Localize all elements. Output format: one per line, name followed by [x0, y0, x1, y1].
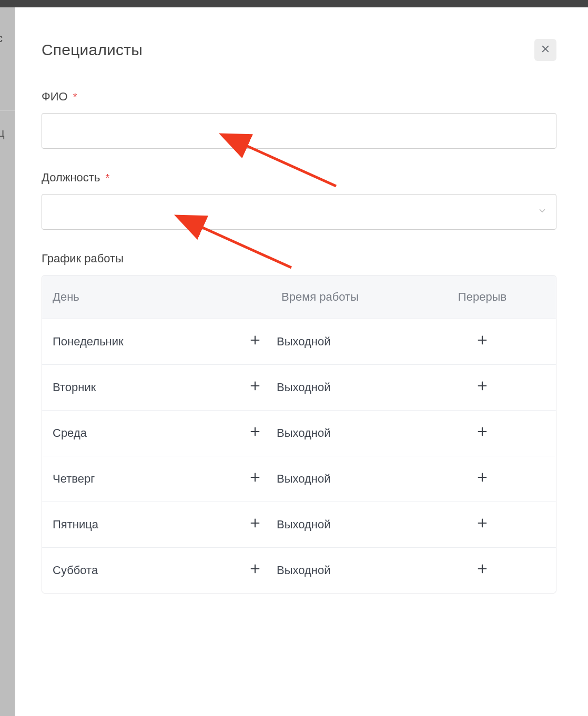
modal-title: Специалисты [42, 41, 143, 59]
window-topbar [0, 0, 588, 7]
plus-icon [477, 426, 488, 441]
add-work-time-button[interactable] [247, 517, 263, 533]
schedule-status: Выходной [277, 426, 331, 440]
backdrop-fragment-3: ц [0, 126, 5, 140]
add-break-button[interactable] [474, 517, 490, 533]
add-break-button[interactable] [474, 334, 490, 350]
schedule-row: СубботаВыходной [42, 547, 556, 593]
plus-icon [477, 472, 488, 486]
plus-icon [249, 334, 261, 349]
schedule-break-cell [419, 471, 545, 487]
position-select[interactable] [42, 194, 556, 230]
specialists-modal: Специалисты ФИО * Должность * [15, 7, 588, 716]
fullname-input[interactable] [42, 113, 556, 149]
schedule-time-cell: Выходной [221, 425, 419, 441]
plus-icon [249, 563, 261, 578]
schedule-status: Выходной [277, 564, 331, 577]
plus-icon [477, 380, 488, 395]
schedule-time-cell: Выходной [221, 471, 419, 487]
schedule-row: ПятницаВыходной [42, 502, 556, 547]
schedule-break-cell [419, 334, 545, 350]
position-label-text: Должность [42, 171, 100, 184]
chevron-down-icon [538, 206, 547, 218]
required-mark: * [106, 172, 110, 183]
add-work-time-button[interactable] [247, 471, 263, 487]
add-work-time-button[interactable] [247, 380, 263, 395]
schedule-section-label: График работы [42, 252, 556, 265]
schedule-header-row: День Время работы Перерыв [42, 275, 556, 319]
position-label: Должность * [42, 171, 556, 185]
schedule-day-cell: Понедельник [53, 335, 221, 349]
schedule-time-cell: Выходной [221, 562, 419, 578]
add-break-button[interactable] [474, 471, 490, 487]
schedule-day-cell: Вторник [53, 381, 221, 394]
add-break-button[interactable] [474, 562, 490, 578]
schedule-table: День Время работы Перерыв ПонедельникВых… [42, 275, 556, 594]
fullname-label-text: ФИО [42, 90, 68, 103]
plus-icon [249, 472, 261, 486]
plus-icon [249, 426, 261, 441]
position-select-wrap [42, 194, 556, 230]
plus-icon [249, 380, 261, 395]
schedule-time-cell: Выходной [221, 334, 419, 350]
schedule-break-cell [419, 425, 545, 441]
schedule-break-cell [419, 517, 545, 533]
schedule-status: Выходной [277, 335, 331, 349]
schedule-day-cell: Среда [53, 426, 221, 440]
schedule-row: ВторникВыходной [42, 364, 556, 410]
schedule-day-cell: Четверг [53, 472, 221, 486]
fullname-label: ФИО * [42, 90, 556, 104]
schedule-col-time: Время работы [221, 290, 419, 304]
close-button[interactable] [534, 39, 556, 61]
plus-icon [477, 334, 488, 349]
plus-icon [249, 517, 261, 532]
schedule-row: СредаВыходной [42, 410, 556, 456]
plus-icon [477, 517, 488, 532]
plus-icon [477, 563, 488, 578]
schedule-status: Выходной [277, 518, 331, 531]
add-work-time-button[interactable] [247, 562, 263, 578]
schedule-row: ПонедельникВыходной [42, 319, 556, 364]
position-group: Должность * [42, 171, 556, 230]
backdrop-fragment-1: с [0, 32, 13, 45]
required-mark: * [73, 91, 77, 103]
schedule-col-day: День [53, 290, 221, 304]
schedule-break-cell [419, 380, 545, 395]
fullname-group: ФИО * [42, 90, 556, 149]
schedule-status: Выходной [277, 472, 331, 486]
schedule-time-cell: Выходной [221, 380, 419, 395]
schedule-col-break: Перерыв [419, 290, 545, 304]
schedule-time-cell: Выходной [221, 517, 419, 533]
modal-header: Специалисты [42, 39, 556, 61]
schedule-day-cell: Пятница [53, 518, 221, 531]
add-break-button[interactable] [474, 380, 490, 395]
add-work-time-button[interactable] [247, 334, 263, 350]
schedule-day-cell: Суббота [53, 564, 221, 577]
schedule-break-cell [419, 562, 545, 578]
schedule-body: ПонедельникВыходнойВторникВыходнойСредаВ… [42, 319, 556, 593]
close-icon [541, 44, 550, 56]
schedule-status: Выходной [277, 381, 331, 394]
add-work-time-button[interactable] [247, 425, 263, 441]
add-break-button[interactable] [474, 425, 490, 441]
schedule-row: ЧетвергВыходной [42, 456, 556, 502]
